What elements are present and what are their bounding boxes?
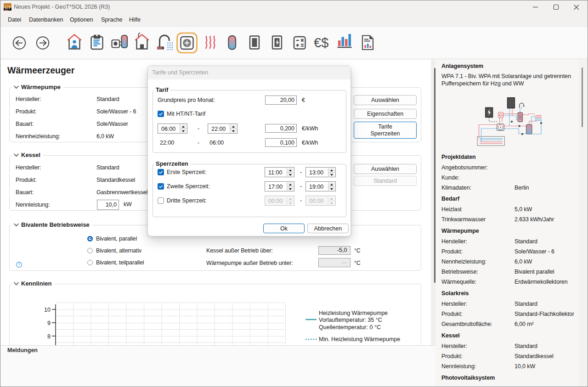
svg-text:Heizleistung Wärmepumpe: Heizleistung Wärmepumpe <box>319 310 388 316</box>
svg-text:Min. Heizleistung Wärmepumpe: Min. Heizleistung Wärmepumpe <box>319 336 400 342</box>
svg-text:10: 10 <box>44 307 51 313</box>
svg-text:Vorlauftemperatur: 35 °C: Vorlauftemperatur: 35 °C <box>319 317 382 323</box>
svg-text:?: ? <box>18 262 20 267</box>
svg-text:8: 8 <box>47 333 51 340</box>
svg-text:Quellentemperatur: 0 °C: Quellentemperatur: 0 °C <box>319 324 381 331</box>
svg-text:€$: €$ <box>314 35 328 50</box>
svg-text:9: 9 <box>47 320 51 326</box>
